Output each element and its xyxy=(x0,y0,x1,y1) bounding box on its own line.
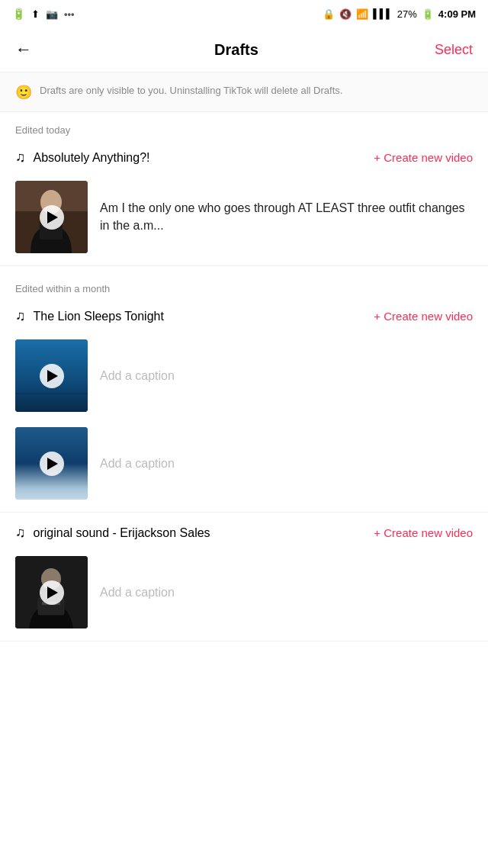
play-triangle-1-1 xyxy=(47,458,58,470)
section-label-today: Edited today xyxy=(0,112,488,142)
draft-item-2-0[interactable]: Add a caption xyxy=(0,548,488,636)
create-new-button-2[interactable]: Create new video xyxy=(374,526,473,539)
create-new-button-0[interactable]: Create new video xyxy=(374,151,473,164)
sound-name-2: original sound - Erijackson Sales xyxy=(34,526,210,540)
draft-thumbnail-0-0 xyxy=(15,181,88,253)
draft-caption-1-1: Add a caption xyxy=(100,457,175,471)
svg-rect-7 xyxy=(15,482,88,483)
draft-caption-2-0: Add a caption xyxy=(100,586,175,600)
battery-indicator: 🔋 xyxy=(422,8,434,20)
battery-percent: 27% xyxy=(397,8,417,20)
sound-row-2: ♫ original sound - Erijackson Sales Crea… xyxy=(0,517,488,548)
play-button-1-0[interactable] xyxy=(40,364,64,388)
info-banner: 🙂 Drafts are only visible to you. Uninst… xyxy=(0,72,488,112)
page-header: ← Drafts Select xyxy=(0,27,488,72)
draft-caption-1-0: Add a caption xyxy=(100,369,175,383)
battery-icon: 🔋 xyxy=(12,8,25,20)
divider-2 xyxy=(0,512,488,513)
upload-icon: ⬆ xyxy=(31,8,40,20)
draft-item-0-0[interactable]: Am I the only one who goes through AT LE… xyxy=(0,173,488,261)
sound-left-1: ♫ The Lion Sleeps Tonight xyxy=(15,308,164,324)
play-button-0-0[interactable] xyxy=(40,205,64,230)
divider-1 xyxy=(0,265,488,266)
back-button[interactable]: ← xyxy=(15,37,38,63)
svg-rect-5 xyxy=(15,393,88,394)
draft-thumbnail-2-0 xyxy=(15,556,88,628)
play-button-2-0[interactable] xyxy=(40,580,64,605)
sound-left-2: ♫ original sound - Erijackson Sales xyxy=(15,525,210,541)
wifi-icon: 📶 xyxy=(356,8,368,20)
draft-item-1-0[interactable]: Add a caption xyxy=(0,332,488,420)
sound-name-0: Absolutely Anything?! xyxy=(34,151,150,165)
status-right: 🔒 🔇 📶 ▌▌▌ 27% 🔋 4:09 PM xyxy=(323,8,476,20)
select-button[interactable]: Select xyxy=(435,42,473,58)
time: 4:09 PM xyxy=(438,8,476,20)
music-icon-2: ♫ xyxy=(15,525,26,541)
play-triangle xyxy=(47,211,58,223)
sound-left-0: ♫ Absolutely Anything?! xyxy=(15,149,150,166)
divider-3 xyxy=(0,641,488,641)
draft-thumbnail-1-0 xyxy=(15,339,88,412)
signal-bars: ▌▌▌ xyxy=(373,8,393,19)
play-button-1-1[interactable] xyxy=(40,452,64,476)
draft-thumbnail-1-1 xyxy=(15,427,88,500)
play-triangle-2-0 xyxy=(47,587,58,599)
page-title: Drafts xyxy=(214,41,258,59)
create-new-button-1[interactable]: Create new video xyxy=(374,310,473,323)
instagram-icon: 📷 xyxy=(46,8,58,20)
sound-row-1: ♫ The Lion Sleeps Tonight Create new vid… xyxy=(0,301,488,332)
draft-item-1-1[interactable]: Add a caption xyxy=(0,420,488,507)
sound-row-0: ♫ Absolutely Anything?! Create new video xyxy=(0,142,488,173)
lock-icon: 🔒 xyxy=(323,8,335,20)
status-bar: 🔋 ⬆ 📷 ••• 🔒 🔇 📶 ▌▌▌ 27% 🔋 4:09 PM xyxy=(0,0,488,27)
draft-caption-0-0: Am I the only one who goes through AT LE… xyxy=(100,200,473,234)
music-icon-0: ♫ xyxy=(15,149,26,166)
play-triangle-1-0 xyxy=(47,370,58,382)
music-icon-1: ♫ xyxy=(15,308,26,324)
mute-icon: 🔇 xyxy=(339,8,352,20)
more-icon: ••• xyxy=(64,8,75,20)
smile-icon: 🙂 xyxy=(15,84,32,101)
info-text: Drafts are only visible to you. Uninstal… xyxy=(40,83,342,98)
status-left: 🔋 ⬆ 📷 ••• xyxy=(12,8,75,20)
sound-name-1: The Lion Sleeps Tonight xyxy=(34,310,164,323)
section-label-month: Edited within a month xyxy=(0,271,488,301)
